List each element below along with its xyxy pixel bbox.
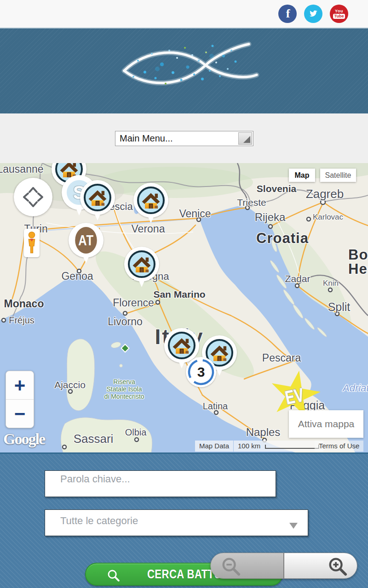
marker-cluster[interactable]: 3 bbox=[186, 357, 216, 387]
at-badge: AT bbox=[75, 227, 97, 254]
youtube-icon[interactable]: You Tube bbox=[330, 5, 348, 23]
house-icon bbox=[128, 250, 155, 278]
top-bar: f You Tube bbox=[0, 0, 368, 28]
twitter-icon[interactable] bbox=[304, 5, 322, 23]
map-label-verona: Verona bbox=[132, 223, 165, 234]
map-label-pescara: Pescara bbox=[262, 352, 301, 363]
category-select[interactable]: Tutte le categorie bbox=[45, 509, 308, 536]
map-label-zadar: Zadar bbox=[285, 274, 310, 284]
zoom-out-half[interactable] bbox=[211, 553, 284, 578]
map-label-monaco: Monaco bbox=[4, 298, 44, 309]
menu-bar: Main Menu... bbox=[0, 113, 368, 163]
map-marker-house[interactable] bbox=[80, 180, 115, 215]
map-marker-house[interactable] bbox=[133, 183, 168, 218]
map-label-herzegovina: Herz bbox=[348, 262, 368, 277]
dropdown-arrow-button[interactable] bbox=[238, 132, 252, 145]
map-canvas[interactable]: Lausanne Turin Brescia Verona Venice Tri… bbox=[0, 163, 368, 452]
zoom-in-half[interactable] bbox=[284, 553, 357, 578]
map-pan-control[interactable] bbox=[14, 178, 52, 216]
fish-logo bbox=[0, 28, 368, 113]
browser-zoom-widget bbox=[210, 553, 357, 579]
map-label-sassari: Sassari bbox=[74, 433, 114, 445]
map-label-rijeka: Rijeka bbox=[255, 211, 286, 223]
activate-map-button[interactable]: Attiva mappa bbox=[289, 410, 363, 438]
map-scale-control: 100 km bbox=[234, 441, 323, 452]
map-marker-at[interactable]: AT bbox=[69, 223, 104, 258]
house-icon bbox=[84, 184, 111, 211]
keyword-input[interactable] bbox=[45, 470, 276, 497]
map-label-frejus: Fréjus bbox=[9, 316, 34, 325]
map-label-naples: Naples bbox=[246, 426, 281, 438]
house-icon bbox=[137, 187, 165, 214]
map-label-croatia: Croatia bbox=[256, 231, 309, 246]
map-label-venice: Venice bbox=[179, 208, 211, 219]
youtube-text-you: You bbox=[335, 9, 343, 13]
pegman-icon bbox=[25, 231, 39, 255]
map-label-olbia: Olbia bbox=[125, 428, 147, 437]
map-type-map-button[interactable]: Map bbox=[289, 169, 315, 182]
map-label-zagreb: Zagreb bbox=[306, 188, 344, 200]
map-label-livorno: Livorno bbox=[108, 316, 142, 327]
facebook-letter: f bbox=[286, 8, 290, 20]
map-label-knin: Knin bbox=[323, 279, 339, 288]
map-label-slovenia: Slovenia bbox=[257, 184, 296, 194]
map-label-san-marino: San Marino bbox=[153, 289, 205, 300]
zoom-out-button[interactable]: − bbox=[6, 400, 34, 428]
map-label-trieste: Trieste bbox=[237, 198, 266, 208]
magnifier-minus-icon bbox=[220, 555, 241, 577]
facebook-icon[interactable]: f bbox=[278, 5, 297, 23]
map-label-split: Split bbox=[328, 301, 351, 313]
site-header: A Pesca Insieme bbox=[0, 28, 368, 113]
map-zoom-control: + − bbox=[6, 371, 34, 428]
map-label-ajaccio: Ajaccio bbox=[54, 380, 86, 390]
search-icon bbox=[106, 568, 120, 582]
map-label-genoa: Genoa bbox=[61, 271, 93, 282]
map-marker-house[interactable] bbox=[124, 247, 159, 282]
map-label-lausanne: Lausanne bbox=[0, 164, 44, 175]
map-type-satellite-button[interactable]: Satellite bbox=[320, 169, 356, 182]
house-icon bbox=[168, 332, 196, 359]
zoom-in-button[interactable]: + bbox=[6, 371, 34, 400]
map-label-adriatic: Adriat bbox=[343, 383, 368, 393]
pegman-control[interactable] bbox=[24, 229, 40, 257]
category-value: Tutte le categorie bbox=[60, 515, 138, 527]
main-menu-value: Main Menu... bbox=[115, 133, 238, 144]
map-label-florence: Florence bbox=[113, 297, 154, 308]
twitter-bird-icon bbox=[308, 8, 319, 19]
youtube-text-tube: Tube bbox=[333, 14, 345, 19]
google-logo[interactable]: Google bbox=[3, 431, 45, 447]
map-label-latina: Latina bbox=[203, 401, 228, 411]
search-section: Tutte le categorie CERCA BATTUTE bbox=[0, 452, 368, 588]
dropdown-arrow-icon bbox=[243, 136, 250, 143]
main-menu-select[interactable]: Main Menu... bbox=[115, 131, 253, 146]
map-label-riserva-montecristo: Riserva Statale Isola di Montecristo bbox=[104, 378, 144, 400]
magnifier-plus-icon bbox=[327, 555, 348, 577]
chevron-down-icon bbox=[289, 523, 298, 529]
map-data-attribution: Map Data bbox=[195, 441, 233, 452]
map-label-karlovac: Karlovac bbox=[313, 213, 343, 221]
scale-bar bbox=[265, 445, 319, 449]
scale-label: 100 km bbox=[238, 441, 260, 452]
map-label-bosnia: Bos bbox=[348, 248, 368, 263]
terms-of-use-link[interactable]: Terms of Use bbox=[315, 441, 363, 452]
pan-arrows-icon bbox=[14, 178, 52, 216]
cluster-count: 3 bbox=[186, 357, 216, 387]
